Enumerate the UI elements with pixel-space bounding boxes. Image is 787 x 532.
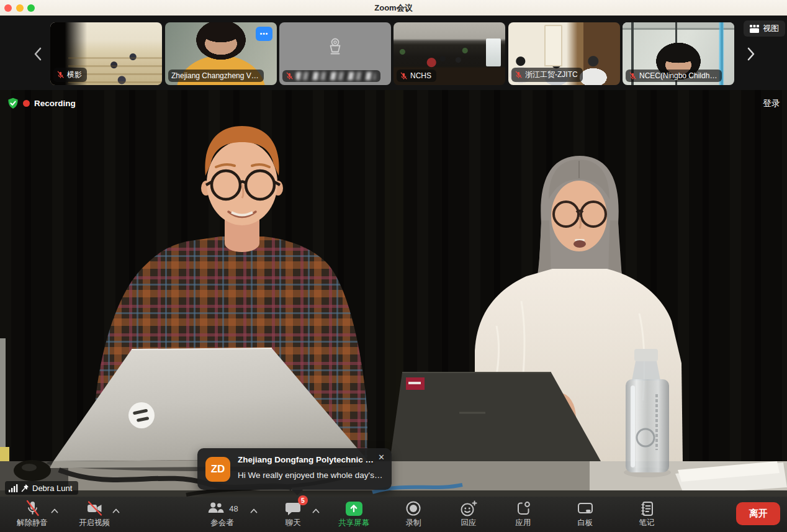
chat-unread-badge: 5	[298, 495, 308, 505]
mic-muted-icon	[23, 499, 42, 518]
participant-name: 浙江工贸-ZJITC	[525, 70, 578, 80]
whiteboard-label: 白板	[578, 518, 593, 528]
video-thumbnail-camera-off[interactable]	[279, 22, 391, 85]
chevron-up-icon	[112, 508, 120, 513]
participants-icon	[206, 500, 225, 517]
chat-label: 聊天	[286, 518, 301, 528]
unmute-button[interactable]: 解除静音	[17, 499, 48, 528]
participant-name: Zhejiang Changzheng V…	[171, 71, 259, 80]
stage-video	[0, 90, 787, 497]
filmstrip-prev-button[interactable]	[32, 45, 44, 65]
speaker-name: Debra Lunt	[32, 484, 72, 493]
meeting-toolbar: 解除静音 开启视频	[0, 497, 787, 532]
camera-muted-icon	[84, 499, 104, 518]
recording-label: Recording	[34, 99, 76, 108]
notes-label: 笔记	[639, 518, 655, 528]
participant-name-tag: 浙江工贸-ZJITC	[511, 68, 583, 82]
reactions-label: 回应	[461, 518, 477, 528]
chevron-left-icon	[33, 47, 43, 61]
login-link[interactable]: 登录	[763, 98, 780, 109]
share-screen-button[interactable]: 共享屏幕	[338, 499, 369, 528]
mic-muted-icon	[400, 72, 408, 80]
apps-button[interactable]: 应用	[515, 499, 532, 528]
participants-button[interactable]: 48 参会者	[206, 499, 238, 528]
participant-name-redacted	[296, 72, 376, 80]
more-options-button[interactable]: •••	[256, 27, 272, 41]
participant-name: NCEC(Ningbo Childh…	[639, 71, 717, 80]
video-filmstrip: 横影 ••• Zhejiang Changzheng V…	[0, 16, 787, 90]
camera-device-icon	[324, 37, 346, 57]
leave-meeting-button[interactable]: 离开	[736, 502, 780, 525]
audio-options-caret[interactable]	[51, 505, 58, 516]
reactions-smiley-icon	[459, 500, 478, 517]
signal-strength-icon	[9, 484, 18, 492]
zoom-meeting-window: Zoom会议 横影 ••• Zhejiang Changzheng V…	[0, 0, 787, 532]
record-label: 录制	[406, 518, 421, 528]
chevron-up-icon	[312, 508, 320, 513]
mic-muted-icon	[515, 71, 523, 79]
participant-name-tag-redacted	[282, 70, 380, 82]
participant-name-tag: 横影	[53, 68, 87, 82]
apps-label: 应用	[516, 518, 531, 528]
video-thumbnail-zjitc[interactable]: 浙江工贸-ZJITC	[508, 22, 620, 85]
chat-notification-popup[interactable]: ZD Zhejiang Dongfang Polytechnic … Hi We…	[197, 448, 392, 490]
chevron-right-icon	[746, 47, 756, 61]
participants-options-caret[interactable]	[250, 505, 258, 516]
active-speaker-stage: Recording 登录 Debra Lunt ZD Zhejiang Dong…	[0, 90, 787, 497]
chat-options-caret[interactable]	[312, 505, 320, 516]
participant-name-tag: NCEC(Ningbo Childh…	[626, 70, 722, 82]
gallery-view-icon	[750, 25, 759, 33]
mic-muted-icon	[56, 71, 65, 79]
share-screen-label: 共享屏幕	[338, 518, 369, 528]
participants-label: 参会者	[210, 518, 234, 528]
macos-titlebar: Zoom会议	[0, 0, 787, 16]
view-button[interactable]: 视图	[744, 20, 785, 37]
mic-muted-icon	[629, 72, 637, 80]
start-video-button[interactable]: 开启视频	[79, 499, 110, 528]
start-video-label: 开启视频	[79, 518, 110, 528]
view-button-label: 视图	[763, 23, 779, 34]
unmute-label: 解除静音	[17, 518, 48, 528]
participant-name-tag: NCHS	[397, 70, 436, 82]
notes-icon	[638, 500, 655, 517]
video-thumbnail-hengying[interactable]: 横影	[50, 22, 162, 85]
popup-pointer	[292, 490, 303, 495]
reactions-button[interactable]: 回应	[459, 499, 478, 528]
speaker-name-tag: Debra Lunt	[5, 481, 78, 495]
chat-sender: Zhejiang Dongfang Polytechnic …	[238, 455, 374, 464]
participant-name: NCHS	[410, 71, 431, 80]
participant-name: 横影	[67, 70, 82, 80]
video-thumbnail-ncec[interactable]: NCEC(Ningbo Childh…	[623, 22, 734, 85]
close-icon[interactable]: ✕	[378, 453, 385, 462]
avatar: ZD	[205, 457, 230, 482]
chat-message-preview: Hi We really enjoyed the whole day's…	[238, 471, 382, 480]
apps-icon	[515, 500, 532, 517]
participant-name-tag: Zhejiang Changzheng V…	[168, 70, 264, 82]
share-screen-icon	[346, 502, 362, 516]
chat-button[interactable]: 5 聊天	[284, 499, 302, 528]
chevron-up-icon	[51, 508, 58, 513]
video-thumbnail-nchs[interactable]: NCHS	[394, 22, 505, 85]
video-options-caret[interactable]	[112, 505, 120, 516]
more-icon: •••	[260, 30, 269, 37]
record-button[interactable]: 录制	[405, 499, 422, 528]
filmstrip-next-button[interactable]	[745, 45, 757, 65]
record-icon	[405, 500, 422, 517]
recording-dot-icon	[23, 100, 30, 107]
recording-indicator: Recording	[7, 97, 76, 109]
security-shield-icon	[7, 97, 19, 109]
video-thumbnail-zhejiang-changzheng[interactable]: ••• Zhejiang Changzheng V…	[165, 22, 277, 85]
window-title: Zoom会议	[0, 2, 787, 14]
whiteboard-button[interactable]: 白板	[576, 499, 595, 528]
pin-icon	[21, 484, 29, 492]
notes-button[interactable]: 笔记	[638, 499, 655, 528]
whiteboard-icon	[576, 500, 595, 517]
participants-count: 48	[229, 504, 238, 513]
mic-muted-icon	[286, 72, 294, 80]
chevron-up-icon	[250, 508, 258, 513]
